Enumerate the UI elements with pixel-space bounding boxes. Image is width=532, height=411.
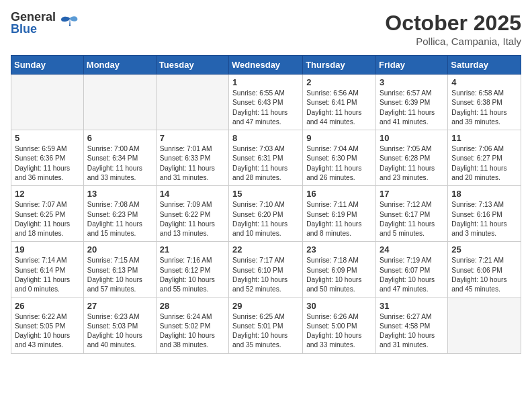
location-subtitle: Pollica, Campania, Italy <box>385 36 521 47</box>
day-info: Sunrise: 6:22 AM Sunset: 5:05 PM Dayligh… <box>15 312 80 351</box>
calendar-cell: 31Sunrise: 6:27 AM Sunset: 4:58 PM Dayli… <box>376 298 448 353</box>
calendar-cell: 15Sunrise: 7:10 AM Sunset: 6:20 PM Dayli… <box>229 186 303 242</box>
day-info: Sunrise: 7:09 AM Sunset: 6:22 PM Dayligh… <box>160 200 225 238</box>
calendar-cell: 30Sunrise: 6:26 AM Sunset: 5:00 PM Dayli… <box>303 298 376 353</box>
day-number: 28 <box>160 301 225 311</box>
day-number: 6 <box>87 133 152 143</box>
calendar-cell: 2Sunrise: 6:56 AM Sunset: 6:41 PM Daylig… <box>303 75 376 130</box>
day-info: Sunrise: 7:00 AM Sunset: 6:34 PM Dayligh… <box>87 144 152 183</box>
calendar-week-row: 12Sunrise: 7:07 AM Sunset: 6:25 PM Dayli… <box>11 186 521 242</box>
day-info: Sunrise: 7:08 AM Sunset: 6:23 PM Dayligh… <box>87 200 152 238</box>
calendar-cell: 12Sunrise: 7:07 AM Sunset: 6:25 PM Dayli… <box>11 186 84 242</box>
day-number: 16 <box>306 189 372 199</box>
day-info: Sunrise: 7:11 AM Sunset: 6:19 PM Dayligh… <box>306 200 372 238</box>
calendar-cell: 13Sunrise: 7:08 AM Sunset: 6:23 PM Dayli… <box>83 186 156 242</box>
day-number: 26 <box>15 301 80 311</box>
title-block: October 2025 Pollica, Campania, Italy <box>385 11 521 47</box>
calendar-cell: 22Sunrise: 7:17 AM Sunset: 6:10 PM Dayli… <box>229 242 303 298</box>
day-info: Sunrise: 7:05 AM Sunset: 6:28 PM Dayligh… <box>380 144 444 183</box>
calendar-cell: 9Sunrise: 7:04 AM Sunset: 6:30 PM Daylig… <box>303 130 376 186</box>
logo-text: General Blue <box>11 11 56 35</box>
day-number: 20 <box>87 244 152 255</box>
calendar-cell: 4Sunrise: 6:58 AM Sunset: 6:38 PM Daylig… <box>448 75 521 130</box>
day-info: Sunrise: 7:21 AM Sunset: 6:06 PM Dayligh… <box>451 256 517 294</box>
day-info: Sunrise: 7:06 AM Sunset: 6:27 PM Dayligh… <box>451 144 517 183</box>
calendar-cell: 24Sunrise: 7:19 AM Sunset: 6:07 PM Dayli… <box>376 242 448 298</box>
day-number: 7 <box>160 133 225 143</box>
calendar-cell: 16Sunrise: 7:11 AM Sunset: 6:19 PM Dayli… <box>303 186 376 242</box>
day-info: Sunrise: 6:23 AM Sunset: 5:03 PM Dayligh… <box>87 312 152 351</box>
day-info: Sunrise: 7:18 AM Sunset: 6:09 PM Dayligh… <box>306 256 372 294</box>
calendar-cell: 27Sunrise: 6:23 AM Sunset: 5:03 PM Dayli… <box>83 298 156 353</box>
day-number: 27 <box>87 301 152 311</box>
calendar-week-row: 26Sunrise: 6:22 AM Sunset: 5:05 PM Dayli… <box>11 298 521 353</box>
day-info: Sunrise: 6:57 AM Sunset: 6:39 PM Dayligh… <box>380 89 444 127</box>
day-number: 12 <box>15 189 80 199</box>
day-number: 24 <box>380 244 444 255</box>
calendar-cell: 11Sunrise: 7:06 AM Sunset: 6:27 PM Dayli… <box>448 130 521 186</box>
calendar-cell <box>83 75 156 130</box>
calendar-cell: 14Sunrise: 7:09 AM Sunset: 6:22 PM Dayli… <box>156 186 228 242</box>
day-number: 19 <box>15 244 80 255</box>
day-info: Sunrise: 6:27 AM Sunset: 4:58 PM Dayligh… <box>380 312 444 351</box>
day-number: 18 <box>451 189 517 199</box>
day-number: 25 <box>451 244 517 255</box>
day-number: 10 <box>380 133 444 143</box>
day-number: 31 <box>380 301 444 311</box>
day-info: Sunrise: 7:17 AM Sunset: 6:10 PM Dayligh… <box>232 256 299 294</box>
day-info: Sunrise: 7:07 AM Sunset: 6:25 PM Dayligh… <box>15 200 80 238</box>
day-info: Sunrise: 7:12 AM Sunset: 6:17 PM Dayligh… <box>380 200 444 238</box>
calendar-cell: 8Sunrise: 7:03 AM Sunset: 6:31 PM Daylig… <box>229 130 303 186</box>
day-number: 8 <box>232 133 299 143</box>
day-number: 4 <box>451 77 517 87</box>
page-header: General Blue October 2025 Pollica, Campa… <box>11 11 521 47</box>
day-number: 2 <box>306 77 372 87</box>
calendar-cell: 21Sunrise: 7:16 AM Sunset: 6:12 PM Dayli… <box>156 242 228 298</box>
calendar-week-row: 1Sunrise: 6:55 AM Sunset: 6:43 PM Daylig… <box>11 75 521 130</box>
calendar-cell: 26Sunrise: 6:22 AM Sunset: 5:05 PM Dayli… <box>11 298 84 353</box>
day-number: 21 <box>160 244 225 255</box>
day-info: Sunrise: 6:26 AM Sunset: 5:00 PM Dayligh… <box>306 312 372 351</box>
day-number: 17 <box>380 189 444 199</box>
calendar-cell: 17Sunrise: 7:12 AM Sunset: 6:17 PM Dayli… <box>376 186 448 242</box>
day-number: 1 <box>232 77 299 87</box>
day-info: Sunrise: 6:59 AM Sunset: 6:36 PM Dayligh… <box>15 144 80 183</box>
day-info: Sunrise: 7:10 AM Sunset: 6:20 PM Dayligh… <box>232 200 299 238</box>
day-header-wednesday: Wednesday <box>229 56 303 75</box>
calendar-cell: 7Sunrise: 7:01 AM Sunset: 6:33 PM Daylig… <box>156 130 228 186</box>
calendar-cell <box>448 298 521 353</box>
day-number: 9 <box>306 133 372 143</box>
calendar-cell <box>156 75 228 130</box>
month-title: October 2025 <box>385 11 521 36</box>
day-header-thursday: Thursday <box>303 56 376 75</box>
day-info: Sunrise: 7:19 AM Sunset: 6:07 PM Dayligh… <box>380 256 444 294</box>
calendar-week-row: 5Sunrise: 6:59 AM Sunset: 6:36 PM Daylig… <box>11 130 521 186</box>
day-info: Sunrise: 6:24 AM Sunset: 5:02 PM Dayligh… <box>160 312 225 351</box>
day-info: Sunrise: 7:04 AM Sunset: 6:30 PM Dayligh… <box>306 144 372 183</box>
calendar-cell: 29Sunrise: 6:25 AM Sunset: 5:01 PM Dayli… <box>229 298 303 353</box>
day-number: 23 <box>306 244 372 255</box>
day-header-monday: Monday <box>83 56 156 75</box>
logo-bird-icon <box>60 13 80 33</box>
calendar-cell: 20Sunrise: 7:15 AM Sunset: 6:13 PM Dayli… <box>83 242 156 298</box>
calendar-cell: 1Sunrise: 6:55 AM Sunset: 6:43 PM Daylig… <box>229 75 303 130</box>
day-info: Sunrise: 7:15 AM Sunset: 6:13 PM Dayligh… <box>87 256 152 294</box>
logo-blue: Blue <box>11 23 56 35</box>
calendar-cell: 18Sunrise: 7:13 AM Sunset: 6:16 PM Dayli… <box>448 186 521 242</box>
logo: General Blue <box>11 11 80 35</box>
day-number: 13 <box>87 189 152 199</box>
day-info: Sunrise: 6:56 AM Sunset: 6:41 PM Dayligh… <box>306 89 372 127</box>
calendar-cell <box>11 75 84 130</box>
day-info: Sunrise: 7:01 AM Sunset: 6:33 PM Dayligh… <box>160 144 225 183</box>
day-header-tuesday: Tuesday <box>156 56 228 75</box>
day-info: Sunrise: 7:14 AM Sunset: 6:14 PM Dayligh… <box>15 256 80 294</box>
calendar-cell: 3Sunrise: 6:57 AM Sunset: 6:39 PM Daylig… <box>376 75 448 130</box>
day-number: 14 <box>160 189 225 199</box>
day-header-sunday: Sunday <box>11 56 84 75</box>
day-info: Sunrise: 7:03 AM Sunset: 6:31 PM Dayligh… <box>232 144 299 183</box>
day-number: 30 <box>306 301 372 311</box>
day-number: 3 <box>380 77 444 87</box>
calendar-cell: 25Sunrise: 7:21 AM Sunset: 6:06 PM Dayli… <box>448 242 521 298</box>
calendar-cell: 23Sunrise: 7:18 AM Sunset: 6:09 PM Dayli… <box>303 242 376 298</box>
day-number: 15 <box>232 189 299 199</box>
